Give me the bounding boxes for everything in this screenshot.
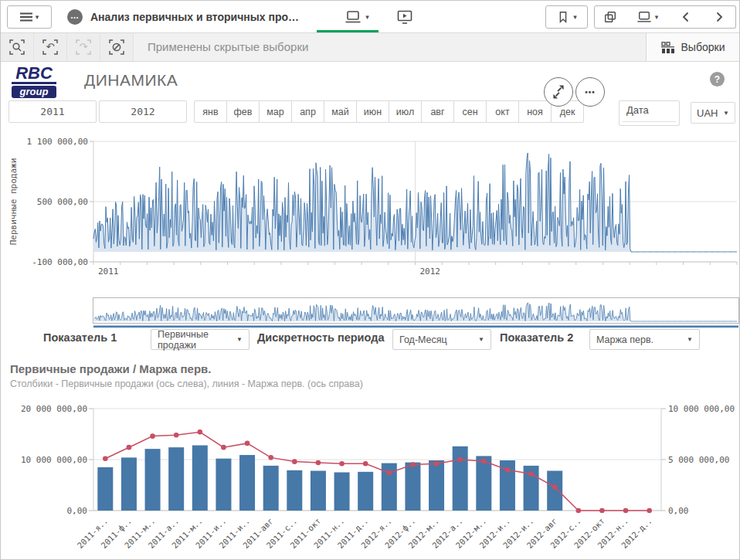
bar-2012-апр[interactable] xyxy=(453,446,468,511)
currency-value: UAH xyxy=(697,107,718,119)
point-2012-дек[interactable] xyxy=(647,508,652,514)
bookmarks-button[interactable]: ▾ xyxy=(545,5,588,29)
point-2011-окт[interactable] xyxy=(316,460,321,466)
bar-2011-фев[interactable] xyxy=(121,457,137,511)
indicator2-value: Маржа перв. xyxy=(596,334,653,345)
point-2012-сен[interactable] xyxy=(576,508,582,514)
point-2011-мар[interactable] xyxy=(150,433,155,439)
point-2012-июн[interactable] xyxy=(505,467,511,473)
point-2011-фев[interactable] xyxy=(127,445,132,450)
sheet-header: RBC group ДИНАМИКА ? xyxy=(1,62,739,99)
svg-text:20 000 000,00: 20 000 000,00 xyxy=(21,404,87,414)
redo-icon: ↷ xyxy=(74,38,93,56)
bar-2012-фев[interactable] xyxy=(405,463,420,511)
month-filter-апр[interactable]: апр xyxy=(291,100,324,123)
bar-2011-ноя[interactable] xyxy=(334,473,350,511)
point-2011-июн[interactable] xyxy=(221,445,226,450)
combo-bar-line-chart[interactable]: 20 000 000,0010 000 000,000,0010 000 000… xyxy=(1,396,740,560)
previous-sheet-button[interactable] xyxy=(669,5,703,29)
year-filter-list: 20112012 xyxy=(8,100,187,123)
svg-text:1 100 000,00: 1 100 000,00 xyxy=(27,137,88,147)
presentation-mode-button[interactable] xyxy=(395,8,415,26)
bar-2011-апр[interactable] xyxy=(168,447,184,511)
bookmark-icon xyxy=(556,10,570,24)
bar-2011-июл[interactable] xyxy=(239,455,255,511)
step-forward-button[interactable]: ↷ xyxy=(67,33,100,61)
help-button[interactable]: ? xyxy=(710,72,725,87)
point-2011-янв[interactable] xyxy=(103,456,108,461)
point-2011-сен[interactable] xyxy=(292,459,297,464)
period-dropdown[interactable]: Год-Месяц ▼ xyxy=(392,329,491,350)
clear-selections-button[interactable] xyxy=(100,33,134,61)
month-filter-июл[interactable]: июл xyxy=(389,100,422,123)
point-2012-фев[interactable] xyxy=(410,462,416,467)
month-filter-окт[interactable]: окт xyxy=(486,100,519,123)
more-options-button[interactable]: ••• xyxy=(575,77,605,107)
sheets-overview-button[interactable] xyxy=(594,5,626,29)
year-filter-2012[interactable]: 2012 xyxy=(99,100,187,123)
point-2012-авг[interactable] xyxy=(552,484,558,490)
bar-2012-авг[interactable] xyxy=(547,471,562,511)
date-filter-listbox[interactable]: Дата xyxy=(619,100,680,126)
bar-2012-май[interactable] xyxy=(476,456,491,511)
point-2012-апр[interactable] xyxy=(457,457,463,463)
expand-chart-button[interactable] xyxy=(544,77,573,107)
global-menu-button[interactable]: ▾ xyxy=(7,5,52,29)
step-back-button[interactable]: ↶ xyxy=(34,33,67,61)
chart-range-overview[interactable] xyxy=(93,297,739,328)
bar-2011-июн[interactable] xyxy=(216,459,231,511)
month-filter-сен[interactable]: сен xyxy=(453,100,487,123)
period-value: Год-Месяц xyxy=(399,334,447,345)
bar-2011-янв[interactable] xyxy=(97,467,113,511)
smart-search-button[interactable] xyxy=(1,33,34,61)
dots-icon: ••• xyxy=(71,15,79,20)
point-2012-июл[interactable] xyxy=(528,471,534,477)
point-2012-ноя[interactable] xyxy=(623,508,629,514)
svg-text:0,00: 0,00 xyxy=(668,506,689,516)
month-filter-янв[interactable]: янв xyxy=(194,100,227,123)
month-filter-июн[interactable]: июн xyxy=(356,100,389,123)
month-filter-фев[interactable]: фев xyxy=(226,100,260,123)
bar-2011-окт[interactable] xyxy=(311,471,326,511)
point-2012-окт[interactable] xyxy=(599,508,605,514)
app-avatar-icon[interactable]: ••• xyxy=(67,9,83,25)
point-2011-дек[interactable] xyxy=(363,461,368,467)
point-2011-июл[interactable] xyxy=(245,441,250,446)
range-scrollbar[interactable] xyxy=(93,326,738,328)
indicator2-dropdown[interactable]: Маржа перв. ▼ xyxy=(589,329,700,350)
point-2012-май[interactable] xyxy=(481,459,487,464)
active-view-underline xyxy=(317,30,378,32)
point-2012-янв[interactable] xyxy=(387,470,392,476)
currency-dropdown[interactable]: UAH ▼ xyxy=(691,102,735,124)
dropdown-caret-icon: ▼ xyxy=(687,336,693,343)
month-filter-мар[interactable]: мар xyxy=(259,100,292,123)
sheet-icon xyxy=(636,10,652,24)
bar-2012-мар[interactable] xyxy=(429,460,444,511)
month-filter-авг[interactable]: авг xyxy=(421,100,454,123)
year-filter-2011[interactable]: 2011 xyxy=(8,100,97,123)
current-sheet-button[interactable]: ▾ xyxy=(626,5,670,29)
primary-sales-area-chart[interactable]: 1 100 000,00500 000,00-100 000,002011201… xyxy=(1,131,740,285)
bar-2011-дек[interactable] xyxy=(358,472,373,511)
indicator1-dropdown[interactable]: Первичные продажи ▼ xyxy=(151,329,249,350)
next-sheet-button[interactable] xyxy=(702,5,736,29)
bar-2011-сен[interactable] xyxy=(287,470,302,511)
point-2011-апр[interactable] xyxy=(174,433,179,438)
bar-2011-мар[interactable] xyxy=(145,449,161,511)
point-2011-май[interactable] xyxy=(198,429,203,435)
bar-2011-май[interactable] xyxy=(192,446,208,511)
undo-icon: ↶ xyxy=(41,38,59,56)
selections-tool-button[interactable]: Выборки xyxy=(646,33,739,61)
point-2012-мар[interactable] xyxy=(434,461,440,467)
dropdown-caret-icon: ▼ xyxy=(236,336,243,343)
sheet-view-button[interactable]: ▾ xyxy=(334,7,379,27)
question-icon: ? xyxy=(715,74,720,85)
date-filter-label: Дата xyxy=(619,101,679,116)
month-filter-май[interactable]: май xyxy=(324,100,357,123)
selections-bar: ↶ ↷ Применены скрытые выборки xyxy=(1,33,739,62)
point-2011-ноя[interactable] xyxy=(339,461,345,467)
point-2011-авг[interactable] xyxy=(268,455,273,460)
bar-2011-авг[interactable] xyxy=(263,466,279,511)
presentation-icon xyxy=(396,8,413,25)
search-icon xyxy=(8,38,26,56)
